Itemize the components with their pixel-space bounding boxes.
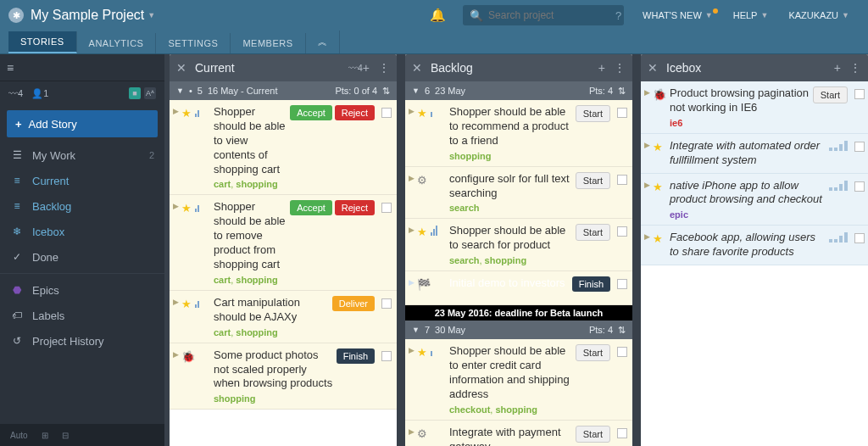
tab-collapse[interactable]: ︽ <box>306 31 341 53</box>
add-icon[interactable]: + <box>598 61 605 75</box>
iteration-header[interactable]: ▼•516 May - Current Pts: 0 of 4⇅ <box>170 81 397 100</box>
whats-new-link[interactable]: WHAT'S NEW▼ <box>643 10 713 20</box>
add-story-button[interactable]: + Add Story <box>7 110 158 137</box>
story-checkbox[interactable] <box>854 89 865 99</box>
story-card[interactable]: ▶★ Facebook app, allowing users to share… <box>641 226 868 265</box>
auto-button[interactable]: Auto <box>5 428 33 443</box>
tab-analytics[interactable]: ANALYTICS <box>77 33 157 53</box>
reject-button[interactable]: Reject <box>335 200 375 215</box>
start-button[interactable]: Start <box>576 344 610 361</box>
story-card[interactable]: ▶★ Shopper should be able to recommend a… <box>405 100 632 167</box>
add-icon[interactable]: + <box>834 61 841 75</box>
story-checkbox[interactable] <box>854 233 865 243</box>
tab-settings[interactable]: SETTINGS <box>156 33 231 53</box>
points-toggle[interactable]: ■ <box>129 87 141 99</box>
story-checkbox[interactable] <box>617 428 627 438</box>
story-checkbox[interactable] <box>854 181 865 192</box>
more-icon[interactable]: ⋮ <box>849 61 861 75</box>
expand-icon[interactable]: ▶ <box>409 278 415 287</box>
more-icon[interactable]: ⋮ <box>378 61 390 75</box>
story-checkbox[interactable] <box>617 108 627 118</box>
chevron-down-icon[interactable]: ▼ <box>147 11 155 20</box>
story-checkbox[interactable] <box>381 351 392 361</box>
close-icon[interactable]: ✕ <box>412 61 422 75</box>
story-card[interactable]: ▶★ Shopper should be able to remove prod… <box>170 195 397 290</box>
story-checkbox[interactable] <box>617 175 627 185</box>
tab-members[interactable]: MEMBERS <box>231 33 305 53</box>
nav-current[interactable]: ≡Current <box>0 168 164 193</box>
more-icon[interactable]: ⋮ <box>614 61 626 75</box>
nav-backlog[interactable]: ≡Backlog <box>0 193 164 219</box>
help-icon[interactable]: ? <box>615 9 621 22</box>
finish-button[interactable]: Finish <box>572 276 610 292</box>
story-card[interactable]: ▶🐞 Some product photos not scaled proper… <box>170 343 397 410</box>
story-checkbox[interactable] <box>381 108 392 118</box>
expand-icon[interactable]: ▶ <box>409 427 415 436</box>
project-title[interactable]: My Sample Project <box>31 8 144 23</box>
accept-button[interactable]: Accept <box>290 200 332 215</box>
story-card[interactable]: ▶★ Cart manipulation should be AJAXy Del… <box>170 291 397 343</box>
start-button[interactable]: Start <box>576 426 610 443</box>
footer-btn-2[interactable]: ⊟ <box>57 428 74 443</box>
tab-stories[interactable]: STORIES <box>8 31 77 53</box>
nav-labels[interactable]: 🏷Labels <box>0 303 164 328</box>
accept-button[interactable]: Accept <box>290 105 332 120</box>
finish-button[interactable]: Finish <box>337 348 375 364</box>
expand-icon[interactable]: ▶ <box>644 232 651 241</box>
story-checkbox[interactable] <box>617 279 627 289</box>
expand-icon[interactable]: ▶ <box>409 174 415 182</box>
start-button[interactable]: Start <box>576 172 610 189</box>
expand-icon[interactable]: ▶ <box>409 107 415 115</box>
iteration-header[interactable]: ▼623 May Pts: 4⇅ <box>405 81 632 100</box>
expand-icon[interactable]: ▶ <box>644 141 651 149</box>
story-card[interactable]: ▶★ Shopper should be able to view conten… <box>170 100 397 195</box>
nav-history[interactable]: ↺Project History <box>0 328 164 354</box>
expand-icon[interactable]: ▶ <box>409 346 415 354</box>
nav-done[interactable]: ✓Done <box>0 244 164 270</box>
expand-icon[interactable]: ▶ <box>409 226 415 234</box>
nav-icebox[interactable]: ❄Icebox <box>0 219 164 244</box>
iteration-header[interactable]: ▼730 May Pts: 4⇅ <box>405 321 632 339</box>
estimate-selector[interactable] <box>829 179 848 191</box>
start-button[interactable]: Start <box>576 105 610 122</box>
story-card[interactable]: ▶⚙ Integrate with payment gatewayStart c… <box>405 421 632 446</box>
expand-icon[interactable]: ▶ <box>173 350 180 359</box>
story-card[interactable]: ▶🐞 Product browsing pagination not worki… <box>641 81 868 134</box>
expand-icon[interactable]: ▶ <box>173 202 180 210</box>
add-icon[interactable]: + <box>363 61 370 75</box>
story-card[interactable]: ▶★ native iPhone app to allow product br… <box>641 174 868 226</box>
nav-my-work[interactable]: ☰My Work2 <box>0 142 164 168</box>
text-size-toggle[interactable]: Aᴬ <box>144 87 156 99</box>
bell-icon[interactable]: 🔔 <box>430 8 446 23</box>
close-icon[interactable]: ✕ <box>648 61 658 75</box>
expand-icon[interactable]: ▶ <box>173 298 180 306</box>
estimate-selector[interactable] <box>829 231 848 243</box>
story-checkbox[interactable] <box>854 142 865 152</box>
search-input[interactable] <box>488 9 615 21</box>
reject-button[interactable]: Reject <box>335 105 375 120</box>
expand-icon[interactable]: ▶ <box>173 107 180 115</box>
story-checkbox[interactable] <box>617 226 627 237</box>
story-card-release[interactable]: ▶🏁 Initial demo to investorsFinish <box>405 271 632 305</box>
estimate-selector[interactable] <box>829 139 848 151</box>
story-card[interactable]: ▶★ Integrate with automated order fullfi… <box>641 134 868 174</box>
story-checkbox[interactable] <box>617 347 627 357</box>
close-icon[interactable]: ✕ <box>176 61 186 75</box>
members-stat[interactable]: 👤1 <box>31 88 48 99</box>
velocity-stat[interactable]: 〰4 <box>8 88 23 99</box>
hamburger-icon[interactable]: ≡ <box>7 61 14 75</box>
nav-epics[interactable]: ⬣Epics <box>0 277 164 303</box>
help-link[interactable]: HELP▼ <box>733 10 769 20</box>
story-card[interactable]: ▶★ Shopper should be able to enter credi… <box>405 339 632 421</box>
deliver-button[interactable]: Deliver <box>332 296 375 311</box>
story-checkbox[interactable] <box>381 298 392 309</box>
start-button[interactable]: Start <box>576 224 610 241</box>
search-box[interactable]: 🔍 ? <box>463 5 624 25</box>
expand-icon[interactable]: ▶ <box>644 88 651 97</box>
story-card[interactable]: ▶⚙ configure solr for full text searchin… <box>405 167 632 220</box>
start-button[interactable]: Start <box>813 86 848 103</box>
user-menu[interactable]: KAZUKAZU▼ <box>788 10 849 20</box>
story-card[interactable]: ▶★ Shopper should be able to search for … <box>405 219 632 271</box>
expand-icon[interactable]: ▶ <box>644 181 651 189</box>
story-checkbox[interactable] <box>381 203 392 213</box>
